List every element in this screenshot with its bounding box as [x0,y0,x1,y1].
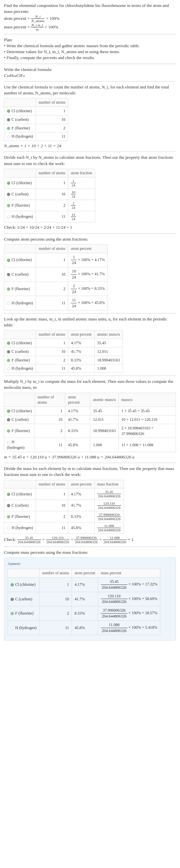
element-swatch [7,118,10,121]
element-cell: C (carbon) [8,592,40,606]
answer-box: Answer: number of atomsatom percentmass … [4,557,176,641]
table-row: H (hydrogen)1145.8%1.00811 × 1.008 = 11.… [4,438,176,452]
table-row: F (fluorine)28.33%18.998403163 [4,356,123,364]
element-swatch [7,204,10,207]
element-swatch [7,302,10,305]
element-cell: F (fluorine) [4,424,35,438]
element-swatch [7,287,10,291]
divider [4,463,176,463]
element-swatch [7,273,10,276]
element-swatch [7,216,10,219]
atom-count-table: number of atoms Cl (chlorine)1C (carbon)… [4,98,68,141]
mass-compute-section: Multiply N_i by m_i to compute the mass … [4,378,176,460]
mass-fraction-table: number of atomsatom percentmass fraction… [4,480,124,534]
check-atom-fractions: Check: 1/24 + 10/24 + 2/24 + 11/24 = 1 [4,224,176,230]
atom-percent-table: number of atomsatom percent Cl (chlorine… [4,244,108,311]
divider [4,81,176,82]
element-cell: Cl (chlorine) [8,578,40,592]
table-row: F (fluorine)2 [4,124,68,132]
table-row: C (carbon)101024 [4,188,95,200]
table-row: H (hydrogen)1145.8%11.088204.644806326 ×… [8,620,160,635]
element-cell: C (carbon) [4,415,35,424]
element-swatch [7,127,10,130]
element-cell: H (hydrogen) [4,522,36,533]
element-cell: H (hydrogen) [4,211,36,222]
mass-fraction-section: Divide the mass for each element by m to… [4,466,176,544]
element-cell: C (carbon) [4,500,36,511]
element-cell: H (hydrogen) [4,296,36,311]
element-cell: C (carbon) [4,115,36,124]
element-cell: Cl (chlorine) [4,253,36,267]
element-swatch [7,342,10,345]
chemical-formula: Write the chemical formula: C₁₀H₁₁ClF₂ [4,67,176,79]
table-row: Cl (chlorine)14.17%35.45204.644806326 × … [8,578,160,592]
mass-percent-section: Compute mass percents using the mass fra… [4,550,176,641]
m-total: m = 35.45 u + 120.110 u + 37.996806326 u… [4,454,176,460]
table-row: H (hydrogen)1145.8%1.008 [4,364,123,373]
mass-percent-formula: mass percent = N_i m_i m × 100% [4,23,176,31]
mass-compute-table: number of atomsatom percentatomic mass/u… [4,393,176,452]
element-swatch [10,626,14,630]
element-cell: H (hydrogen) [4,438,35,452]
atom-fraction-section: Divide each N_i by N_atoms to calculate … [4,154,176,230]
table-row: F (fluorine)2224 [4,200,95,211]
element-swatch [7,429,10,433]
element-swatch [7,135,10,138]
divider [4,547,176,547]
element-cell: F (fluorine) [4,356,36,364]
table-row: Cl (chlorine)14.17%35.45204.644806326 [4,489,124,500]
divider [4,152,176,152]
element-swatch [7,441,10,444]
element-swatch [7,350,10,353]
table-row: C (carbon)1041.7%120.110204.644806326 [4,500,124,511]
atomic-mass-section: Look up the atomic mass, m_i, in unified… [4,316,176,373]
plan-title: Plan: [4,37,176,43]
divider [4,376,176,376]
element-cell: C (carbon) [4,188,36,200]
divider [4,233,176,234]
element-swatch [7,193,10,196]
table-row: Cl (chlorine)14.17%35.451 × 35.45 = 35.4… [4,407,176,415]
atom-percent-formula: atom percent = N_i N_atoms × 100% [4,14,176,23]
divider [4,34,176,34]
plan-item: Determine values for N_i, m_i, N_atoms a… [4,49,176,55]
element-cell: C (carbon) [4,267,36,282]
element-cell: F (fluorine) [8,606,40,621]
element-swatch [7,526,10,530]
element-swatch [7,110,10,113]
n-atoms-total: N_atoms = 1 + 10 + 2 + 11 = 24 [4,143,176,149]
table-row: H (hydrogen)111124 × 100% = 45.8% [4,296,108,311]
element-cell: Cl (chlorine) [4,489,36,500]
table-row: H (hydrogen)11 [4,132,68,141]
table-row: Cl (chlorine)1124 × 100% = 4.17% [4,253,108,267]
element-swatch [10,612,14,615]
element-cell: H (hydrogen) [8,620,40,635]
table-row: C (carbon)1041.7%12.011 [4,347,123,356]
element-swatch [7,259,10,262]
formula-value: C₁₀H₁₁ClF₂ [4,72,176,79]
element-cell: F (fluorine) [4,200,36,211]
element-cell: H (hydrogen) [4,132,36,141]
table-row: C (carbon)1041.7%12.01110 × 12.011 = 120… [4,415,176,424]
plan-item: Finally, compute the percents and check … [4,55,176,61]
element-swatch [7,182,10,185]
element-swatch [7,515,10,519]
table-row: C (carbon)1041.7%120.110204.644806326 × … [8,592,160,606]
element-cell: C (carbon) [4,347,36,356]
intro: Find the elemental composition for chlor… [4,3,176,31]
divider [4,64,176,64]
table-row: Cl (chlorine)1124 [4,177,95,188]
element-cell: H (hydrogen) [4,364,36,373]
plan: Plan: Write the chemical formula and gat… [4,37,176,61]
table-row: Cl (chlorine)1 [4,107,68,116]
element-swatch [10,583,14,587]
answer-label: Answer: [8,561,172,567]
table-row: F (fluorine)28.33%37.996806326204.644806… [8,606,160,621]
element-cell: Cl (chlorine) [4,107,36,116]
table-row: H (hydrogen)111124 [4,211,95,222]
plan-item: Write the chemical formula and gather at… [4,43,176,49]
atomic-mass-table: number of atomsatom percentatomic mass/u… [4,330,123,373]
element-cell: F (fluorine) [4,124,36,132]
intro-text: Find the elemental composition for chlor… [4,3,176,14]
check-mass-fractions: Check: 35.45204.644806326 + 120.110204.6… [4,536,176,544]
